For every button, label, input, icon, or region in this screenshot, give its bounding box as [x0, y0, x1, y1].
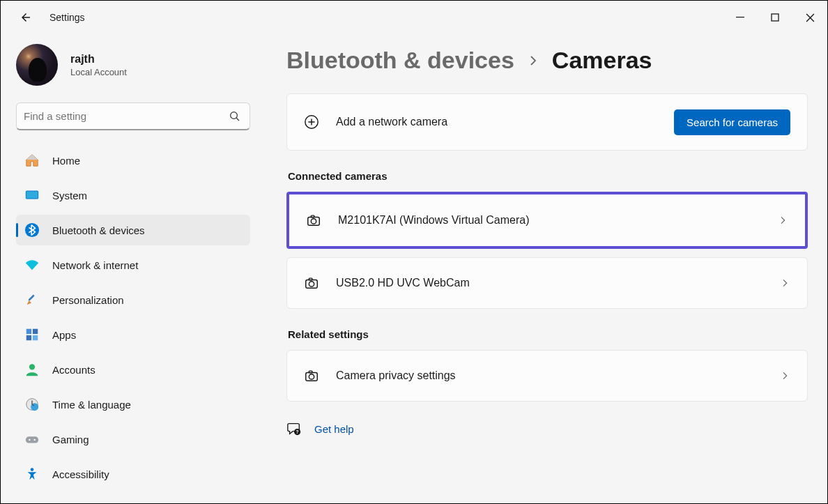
sidebar-item-home[interactable]: Home: [16, 145, 250, 176]
svg-point-12: [29, 364, 35, 369]
help-row: ? Get help: [286, 421, 808, 436]
close-icon: [806, 13, 815, 22]
sidebar-item-system[interactable]: System: [16, 180, 250, 211]
system-icon: [24, 188, 40, 203]
svg-rect-10: [26, 335, 31, 340]
user-account-type: Local Account: [70, 67, 127, 77]
sidebar-item-bluetooth-devices[interactable]: Bluetooth & devices: [16, 215, 250, 245]
sidebar-item-network[interactable]: Network & internet: [16, 250, 250, 280]
minimize-button[interactable]: [723, 1, 758, 34]
plus-circle-icon: [304, 114, 319, 130]
svg-point-2: [231, 112, 238, 119]
minimize-icon: [736, 13, 744, 22]
related-settings-title: Related settings: [288, 328, 808, 340]
gamepad-icon: [24, 432, 40, 447]
chevron-right-icon: [779, 277, 790, 289]
privacy-label: Camera privacy settings: [336, 369, 779, 382]
sidebar-item-label: Accounts: [52, 364, 95, 376]
user-name: rajth: [70, 53, 127, 66]
accessibility-icon: [24, 466, 40, 482]
svg-rect-11: [33, 335, 38, 340]
svg-rect-22: [311, 215, 314, 217]
sidebar-item-label: Apps: [52, 329, 76, 341]
sidebar-item-label: Home: [52, 155, 80, 167]
svg-rect-9: [33, 329, 38, 334]
nav-list: Home System Bluetooth & devices Network …: [15, 143, 260, 491]
clock-globe-icon: [24, 397, 40, 412]
chevron-right-icon: [779, 370, 790, 381]
sidebar-item-label: Time & language: [52, 399, 131, 411]
sidebar-item-accessibility[interactable]: Accessibility: [16, 459, 250, 489]
svg-point-27: [309, 374, 314, 379]
camera-name: M2101K7AI (Windows Virtual Camera): [338, 214, 777, 227]
svg-rect-7: [28, 294, 35, 301]
sidebar: rajth Local Account Home System Bluetoot…: [1, 34, 266, 503]
maximize-button[interactable]: [758, 1, 792, 34]
main-content: Bluetooth & devices Cameras Add a networ…: [266, 34, 827, 503]
add-camera-label: Add a network camera: [336, 116, 674, 128]
close-button[interactable]: [792, 1, 827, 34]
profile-block[interactable]: rajth Local Account: [15, 40, 260, 98]
svg-rect-25: [309, 278, 312, 280]
svg-rect-0: [736, 17, 744, 17]
brush-icon: [24, 292, 40, 307]
add-network-camera-row: Add a network camera Search for cameras: [286, 93, 808, 151]
search-input[interactable]: [24, 110, 227, 122]
svg-text:?: ?: [296, 429, 299, 434]
camera-icon: [304, 275, 319, 291]
avatar: [16, 44, 58, 86]
chevron-right-icon: [777, 215, 788, 226]
sidebar-item-time-language[interactable]: Time & language: [16, 389, 250, 420]
svg-line-3: [236, 118, 239, 121]
sidebar-item-gaming[interactable]: Gaming: [16, 424, 250, 455]
sidebar-item-label: Network & internet: [52, 259, 138, 271]
highlighted-camera-row: M2101K7AI (Windows Virtual Camera): [286, 192, 808, 249]
chevron-right-icon: [527, 54, 539, 67]
sidebar-item-label: Accessibility: [52, 468, 109, 480]
camera-privacy-row[interactable]: Camera privacy settings: [286, 350, 808, 402]
breadcrumb-parent[interactable]: Bluetooth & devices: [286, 47, 514, 74]
arrow-left-icon: [20, 11, 32, 24]
back-button[interactable]: [15, 6, 37, 29]
svg-point-18: [31, 468, 34, 471]
window-controls: [723, 1, 827, 34]
sidebar-item-label: Personalization: [52, 294, 124, 306]
sidebar-item-accounts[interactable]: Accounts: [16, 354, 250, 385]
sidebar-item-personalization[interactable]: Personalization: [16, 284, 250, 315]
camera-row-usb[interactable]: USB2.0 HD UVC WebCam: [286, 257, 808, 309]
camera-name: USB2.0 HD UVC WebCam: [336, 277, 779, 289]
help-chat-icon: ?: [286, 421, 302, 436]
bluetooth-icon: [24, 222, 40, 238]
home-icon: [24, 153, 40, 168]
camera-row-virtual[interactable]: M2101K7AI (Windows Virtual Camera): [289, 194, 805, 246]
sidebar-item-apps[interactable]: Apps: [16, 319, 250, 350]
app-title: Settings: [49, 12, 85, 23]
svg-point-16: [29, 439, 30, 441]
search-icon: [227, 109, 243, 124]
svg-point-21: [311, 219, 316, 224]
connected-cameras-title: Connected cameras: [288, 170, 808, 182]
breadcrumb: Bluetooth & devices Cameras: [286, 47, 808, 74]
sidebar-item-label: Gaming: [52, 434, 89, 445]
search-cameras-button[interactable]: Search for cameras: [674, 109, 790, 135]
svg-rect-5: [26, 192, 38, 199]
sidebar-item-label: Bluetooth & devices: [52, 224, 145, 236]
svg-rect-28: [309, 371, 312, 373]
title-bar: Settings: [1, 1, 827, 34]
svg-rect-1: [772, 14, 779, 21]
maximize-icon: [771, 13, 779, 22]
camera-icon: [304, 368, 319, 383]
svg-rect-8: [26, 329, 31, 334]
sidebar-item-label: System: [52, 190, 87, 201]
person-icon: [24, 362, 40, 377]
search-box[interactable]: [16, 102, 250, 130]
apps-icon: [24, 327, 40, 342]
camera-icon: [306, 213, 321, 228]
svg-point-17: [33, 439, 35, 441]
wifi-icon: [24, 257, 40, 273]
get-help-link[interactable]: Get help: [314, 423, 354, 435]
svg-point-24: [309, 282, 314, 287]
breadcrumb-current: Cameras: [552, 47, 652, 74]
svg-rect-15: [26, 436, 38, 443]
